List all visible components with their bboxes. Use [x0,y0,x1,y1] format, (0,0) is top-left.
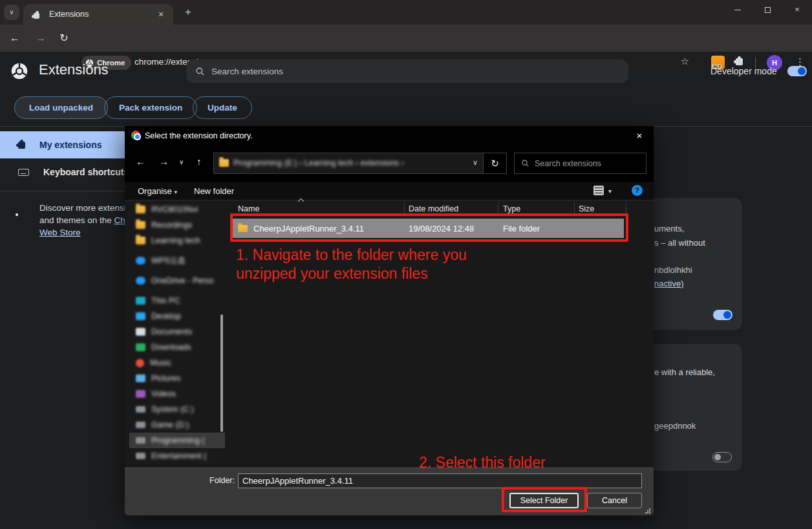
annotation-step2: 2. Select this folder [419,453,546,472]
help-icon[interactable]: ? [632,185,643,196]
drive-icon [136,422,145,428]
organise-menu[interactable]: Organise ▾ [138,186,177,196]
puzzle-icon [18,142,25,149]
tab-strip: ∨ Extensions × + × [0,0,812,25]
music-icon [136,359,144,367]
tree-item[interactable]: OneDrive - Perso [129,273,225,288]
dialog-back-button[interactable]: ← [136,156,145,167]
column-size[interactable]: Size [579,204,594,213]
tree-item-label: RVC8010Nvi [151,205,198,214]
dialog-title: Select the extension directory. [145,131,253,140]
card1-details-link[interactable]: nactive) [654,279,684,288]
tree-item[interactable]: WPS云盘 [129,253,225,268]
desktop-icon [136,312,145,320]
window-minimize-button[interactable] [723,0,753,19]
tree-item-label: Learning tech [151,236,200,245]
tree-item-label: Pictures [151,374,180,383]
web-store-link[interactable]: Web Store [39,228,81,237]
card2-enable-toggle[interactable] [712,452,732,462]
tree-item[interactable]: RVC8010Nvi [129,202,225,217]
pack-extension-button[interactable]: Pack extension [104,96,197,119]
annotation-box-select-folder [502,487,587,512]
tree-item-label: Game (D:) [151,420,189,429]
tree-item-label: Desktop [151,312,181,321]
tree-item[interactable]: Music [129,355,225,371]
annotation-step1: 1. Navigate to the folder where you unzi… [236,246,467,283]
tree-item[interactable]: Documents [129,324,225,340]
extensions-search[interactable] [186,59,628,83]
cloud-icon [136,257,145,264]
search-icon [195,67,205,76]
dialog-refresh-button[interactable]: ↻ [484,153,507,174]
developer-mode-toggle[interactable] [787,66,807,76]
tree-item-label: Entertainment ( [151,451,206,460]
breadcrumb-chevron-icon[interactable]: ∨ [473,158,478,167]
tree-item[interactable]: Entertainment ( [129,448,225,464]
tree-item[interactable]: Pictures [129,371,225,386]
tree-item[interactable]: Learning tech [129,233,225,248]
dialog-up-button[interactable]: ↑ [197,156,202,167]
column-name[interactable]: Name [238,204,259,213]
card1-id: nbdlolhkhi [654,265,692,275]
update-button[interactable]: Update [193,96,252,119]
tree-item[interactable]: System (C:) [129,402,225,417]
bookmark-star-icon[interactable]: ☆ [681,56,689,67]
documents-icon [136,328,145,336]
tree-item-label: Recordings [151,221,192,230]
cloud-icon [136,277,145,285]
keyboard-icon [18,169,29,176]
pc-icon [136,297,145,305]
view-mode-icon[interactable] [593,186,604,195]
tree-item[interactable]: Programming ( [129,433,225,448]
tab-search-button[interactable]: ∨ [4,5,19,20]
tree-item[interactable]: Recordings [129,217,225,233]
resize-grip[interactable] [645,508,650,513]
dialog-forward-button[interactable]: → [159,156,169,167]
tree-item[interactable]: This PC [129,293,225,308]
folder-name-input[interactable] [238,473,642,488]
tree-item[interactable]: Desktop [129,308,225,324]
view-mode-chevron-icon[interactable]: ▾ [608,188,612,195]
select-directory-dialog: Select the extension directory. × ← → ∨ … [125,126,654,515]
new-folder-button[interactable]: New folder [194,186,234,196]
tree-item[interactable]: Downloads [129,340,225,355]
tab-close-icon[interactable]: × [155,8,167,20]
folder-icon [136,221,145,229]
drive-icon [136,406,145,413]
tree-item[interactable]: Game (D:) [129,417,225,433]
card1-enable-toggle[interactable] [713,310,732,320]
developer-mode-label: Developer mode [710,66,777,76]
card1-text: uments, [654,224,684,233]
browser-toolbar: ← → ↻ Chrome chrome://extensions ☆ JNLP … [0,25,812,52]
dialog-recent-chevron-icon[interactable]: ∨ [179,158,184,166]
load-unpacked-button[interactable]: Load unpacked [14,96,108,119]
card1-text: s – all without [654,238,705,248]
window-maximize-button[interactable] [753,0,782,19]
tab-extensions[interactable]: Extensions × [23,4,173,25]
dialog-search-box[interactable] [514,153,646,174]
breadcrumb-bar[interactable]: Programming (E:) › Learning tech › exten… [213,153,484,174]
tree-item-label: System (C:) [151,405,194,414]
browser-window: ∨ Extensions × + × ← → ↻ Chrome chrome:/… [0,0,812,529]
page-title: Extensions [39,61,109,78]
column-date-modified[interactable]: Date modified [409,204,458,213]
tree-scrollbar[interactable] [220,314,223,432]
annotation-box-file-row [230,213,628,242]
dialog-close-icon[interactable]: × [633,129,646,142]
folder-icon [219,159,229,167]
window-close-button[interactable]: × [782,0,812,19]
back-button[interactable]: ← [8,31,22,45]
folder-icon [136,206,145,213]
forward-button[interactable]: → [34,31,48,45]
reload-button[interactable]: ↻ [57,31,71,45]
new-tab-button[interactable]: + [181,5,195,19]
cancel-button[interactable]: Cancel [587,493,642,508]
dialog-search-input[interactable] [535,159,639,168]
dialog-titlebar[interactable]: Select the extension directory. × [125,126,654,145]
tree-item-label: Downloads [151,343,191,352]
tree-item[interactable]: Videos [129,386,225,402]
card2-id: geepdnnok [654,421,696,431]
dialog-nav-bar: ← → ∨ ↑ Programming (E:) › Learning tech… [125,145,654,182]
extensions-search-input[interactable] [211,67,619,76]
column-type[interactable]: Type [503,204,520,213]
